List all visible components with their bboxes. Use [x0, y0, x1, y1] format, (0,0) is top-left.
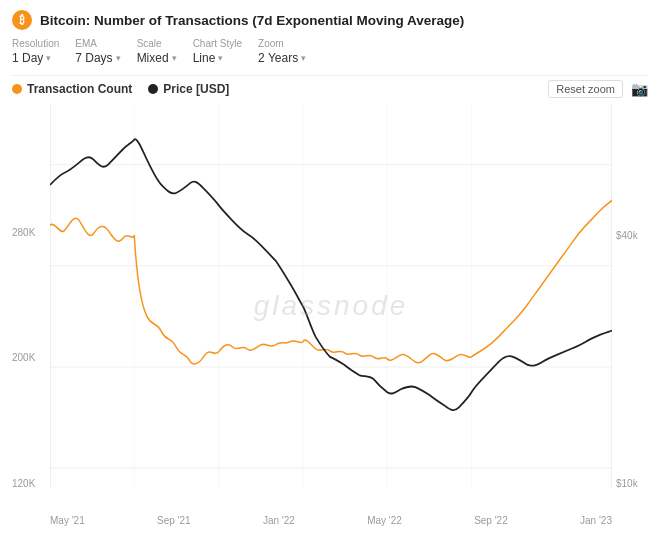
chart-style-chevron: ▾: [218, 53, 223, 63]
camera-icon[interactable]: 📷: [631, 81, 648, 97]
x-label-jan22: Jan '22: [263, 515, 295, 526]
y-label-left-3: 200K: [12, 352, 46, 363]
scale-chevron: ▾: [172, 53, 177, 63]
ema-label: EMA: [75, 38, 120, 49]
zoom-chevron: ▾: [301, 53, 306, 63]
x-label-jan23: Jan '23: [580, 515, 612, 526]
chart-wrapper: 280K 200K 120K glassnode: [12, 104, 648, 509]
main-container: ₿ Bitcoin: Number of Transactions (7d Ex…: [0, 0, 660, 517]
btc-icon: ₿: [12, 10, 32, 30]
y-label-right-2: $40k: [616, 230, 648, 241]
scale-control[interactable]: Scale Mixed ▾: [137, 38, 177, 65]
controls-row: Resolution 1 Day ▾ EMA 7 Days ▾ Scale Mi…: [12, 38, 648, 65]
ema-chevron: ▾: [116, 53, 121, 63]
legend-dot-orange: [12, 84, 22, 94]
x-label-sep22: Sep '22: [474, 515, 508, 526]
reset-zoom-button[interactable]: Reset zoom: [548, 80, 623, 98]
legend-label-transaction: Transaction Count: [27, 82, 132, 96]
legend-dot-black: [148, 84, 158, 94]
chart-style-control[interactable]: Chart Style Line ▾: [193, 38, 242, 65]
legend-actions: Reset zoom 📷: [548, 80, 648, 98]
divider: [12, 75, 648, 76]
legend-item-price: Price [USD]: [148, 82, 229, 96]
resolution-control[interactable]: Resolution 1 Day ▾: [12, 38, 59, 65]
resolution-chevron: ▾: [46, 53, 51, 63]
legend-label-price: Price [USD]: [163, 82, 229, 96]
legend-item-transaction: Transaction Count: [12, 82, 132, 96]
y-axis-right: $40k $10k: [612, 104, 648, 509]
chart-style-select[interactable]: Line ▾: [193, 51, 242, 65]
x-axis: May '21 Sep '21 Jan '22 May '22 Sep '22 …: [50, 513, 612, 526]
y-label-left-2: 280K: [12, 227, 46, 238]
scale-label: Scale: [137, 38, 177, 49]
resolution-label: Resolution: [12, 38, 59, 49]
legend-row: Transaction Count Price [USD] Reset zoom…: [12, 80, 648, 98]
zoom-select[interactable]: 2 Years ▾: [258, 51, 306, 65]
chart-style-label: Chart Style: [193, 38, 242, 49]
resolution-select[interactable]: 1 Day ▾: [12, 51, 59, 65]
x-label-may22: May '22: [367, 515, 402, 526]
chart-title: Bitcoin: Number of Transactions (7d Expo…: [40, 13, 464, 28]
chart-area: glassnode: [50, 104, 612, 509]
zoom-control[interactable]: Zoom 2 Years ▾: [258, 38, 306, 65]
y-label-right-4: $10k: [616, 478, 648, 489]
ema-control[interactable]: EMA 7 Days ▾: [75, 38, 120, 65]
y-label-left-4: 120K: [12, 478, 46, 489]
chart-svg: [50, 104, 612, 509]
ema-select[interactable]: 7 Days ▾: [75, 51, 120, 65]
legend-items: Transaction Count Price [USD]: [12, 82, 229, 96]
x-label-may21: May '21: [50, 515, 85, 526]
scale-select[interactable]: Mixed ▾: [137, 51, 177, 65]
zoom-label: Zoom: [258, 38, 306, 49]
title-row: ₿ Bitcoin: Number of Transactions (7d Ex…: [12, 10, 648, 30]
x-label-sep21: Sep '21: [157, 515, 191, 526]
y-axis-left: 280K 200K 120K: [12, 104, 50, 509]
